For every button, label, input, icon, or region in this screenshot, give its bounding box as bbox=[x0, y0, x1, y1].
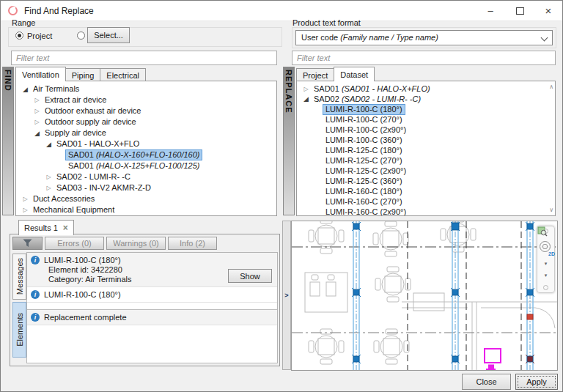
expand-icon[interactable]: ▷ bbox=[32, 97, 42, 103]
replace-tree-item[interactable]: LUMI-R-100-C (180°) bbox=[297, 104, 555, 114]
replace-tree-item[interactable]: LUMI-R-125-C (2x90°) bbox=[297, 166, 555, 176]
collapse-icon[interactable]: ◢ bbox=[21, 86, 30, 93]
navigation-bar[interactable]: 2D ▾ ▾ bbox=[537, 226, 555, 293]
find-tree-item[interactable]: ▷Duct Accessories bbox=[16, 193, 276, 204]
replace-tree-item[interactable]: ▷SAD01 (SAD01 - HALO-X+FLO) bbox=[297, 84, 555, 94]
find-tree-item[interactable]: SAD01 (HALO-X-160+FLO-160/160) bbox=[16, 149, 276, 160]
expand-icon[interactable]: ▷ bbox=[32, 108, 42, 114]
product-text-format-dropdown[interactable]: User code (Family name / Type name) bbox=[295, 30, 553, 45]
find-tree-item[interactable]: ◢SAD01 - HALO-X+FLO bbox=[16, 138, 276, 149]
find-tree-item-label[interactable]: SAD01 (HALO-X-160+FLO-160/160) bbox=[65, 149, 202, 160]
expand-icon[interactable]: ▷ bbox=[44, 185, 54, 191]
elements-side-tab[interactable]: Elements bbox=[12, 302, 26, 358]
minimize-button[interactable]: – bbox=[476, 1, 504, 21]
replace-tree-item-label[interactable]: LUMI-R-125-C (360°) bbox=[323, 176, 405, 187]
message-item[interactable]: iReplacement complete bbox=[27, 310, 277, 325]
expand-icon[interactable]: ▷ bbox=[32, 119, 42, 125]
find-tree-item-label[interactable]: Extract air device bbox=[42, 95, 109, 106]
find-tree-item-label[interactable]: SAD01 (HALO-X-125+FLO-100/125) bbox=[65, 160, 202, 171]
results-close-icon[interactable]: × bbox=[63, 223, 68, 232]
maximize-button[interactable] bbox=[506, 1, 534, 21]
replace-filter-input[interactable] bbox=[292, 51, 556, 65]
replace-tree-item[interactable]: LUMI-R-100-C (2x90°) bbox=[297, 125, 555, 135]
zoom-region-icon[interactable] bbox=[537, 226, 548, 237]
replace-tree-item-label[interactable]: LUMI-R-160-C (180°) bbox=[323, 186, 405, 197]
expand-icon[interactable]: ▷ bbox=[301, 86, 311, 92]
find-tree-item-label[interactable]: Air Terminals bbox=[30, 84, 82, 95]
find-tree-item-label[interactable]: Supply air device bbox=[42, 127, 109, 138]
results-tab[interactable]: Results 1 × bbox=[18, 220, 74, 235]
errors-filter-button[interactable]: Errors (0) bbox=[45, 237, 104, 250]
find-tree-item-label[interactable]: Outdoor supply air device bbox=[42, 117, 139, 127]
replace-tree-item-label[interactable]: SAD02 (SAD02 - LUMI-R- -C) bbox=[311, 94, 424, 105]
replace-tree-item-label[interactable]: LUMI-R-125-C (180°) bbox=[323, 145, 405, 156]
show-button[interactable]: Show bbox=[228, 269, 272, 283]
apply-button[interactable]: Apply bbox=[515, 374, 558, 390]
replace-tree-item-label[interactable]: LUMI-R-100-C (2x90°) bbox=[323, 125, 409, 136]
expand-icon[interactable]: ▷ bbox=[21, 207, 30, 213]
find-tree-item[interactable]: ▷Extract air device bbox=[16, 95, 276, 106]
filter-toolbar[interactable] bbox=[12, 237, 43, 250]
message-item[interactable]: iLUMI-R-100-C (180°) bbox=[27, 287, 277, 303]
find-tree-item-label[interactable]: Duct Accessories bbox=[30, 193, 97, 204]
scroll-up-icon[interactable]: ∧ bbox=[549, 84, 553, 90]
messages-side-tab[interactable]: Messages bbox=[12, 254, 26, 300]
find-tree-item[interactable]: ▷SAD02 - LUMI-R- -C bbox=[16, 171, 276, 182]
replace-tree-item-label[interactable]: LUMI-R-125-C (2x90°) bbox=[323, 166, 409, 177]
info-filter-button[interactable]: Info (2) bbox=[168, 237, 217, 250]
find-tree-item[interactable]: SAD01 (HALO-X-125+FLO-100/125) bbox=[16, 160, 276, 171]
replace-tree-item-label[interactable]: LUMI-R-125-C (270°) bbox=[323, 155, 405, 166]
steering-wheel-icon[interactable]: 2D bbox=[540, 241, 552, 254]
replace-tree-item-label[interactable]: SAD01 (SAD01 - HALO-X+FLO) bbox=[311, 84, 433, 95]
select-button[interactable]: Select... bbox=[87, 27, 130, 43]
close-button[interactable]: Close bbox=[462, 374, 511, 390]
tab-dataset[interactable]: Dataset bbox=[334, 67, 375, 81]
expand-icon[interactable]: ▷ bbox=[44, 174, 54, 180]
replace-tree-item[interactable]: LUMI-R-125-C (180°) bbox=[297, 145, 555, 155]
find-filter-input[interactable] bbox=[11, 51, 277, 65]
model-preview[interactable]: 2D ▾ ▾ bbox=[291, 221, 558, 371]
find-tree-item-label[interactable]: Mechanical Equipment bbox=[30, 204, 117, 215]
replace-tree-item[interactable]: LUMI-R-160-C (2x90°) bbox=[297, 207, 555, 216]
replace-tree-item[interactable]: ◢SAD02 (SAD02 - LUMI-R- -C) bbox=[297, 94, 555, 104]
replace-tree-item-label[interactable]: LUMI-R-100-C (180°) bbox=[323, 104, 405, 115]
project-radio-label[interactable]: Project bbox=[27, 32, 52, 40]
project-radio[interactable] bbox=[15, 32, 23, 40]
find-tree-item[interactable]: ▷SAD03 - IN-V2 AKMR-Z-D bbox=[16, 182, 276, 193]
close-window-button[interactable]: × bbox=[534, 1, 562, 21]
replace-tree-item[interactable]: LUMI-R-160-C (180°) bbox=[297, 186, 555, 196]
find-tree-item-label[interactable]: SAD03 - IN-V2 AKMR-Z-D bbox=[54, 182, 154, 193]
warnings-filter-button[interactable]: Warnings (0) bbox=[106, 237, 166, 250]
message-item[interactable]: iLUMI-R-100-C (180°)Element id: 3422280C… bbox=[27, 253, 277, 287]
wheel-dropdown-icon[interactable]: ▾ bbox=[545, 262, 548, 266]
expand-icon[interactable]: ▷ bbox=[21, 196, 30, 202]
tab-electrical[interactable]: Electrical bbox=[100, 68, 146, 81]
tab-ventilation[interactable]: Ventilation bbox=[15, 67, 66, 81]
find-tree-item-label[interactable]: SAD01 - HALO-X+FLO bbox=[54, 138, 142, 149]
tab-piping[interactable]: Piping bbox=[65, 68, 101, 81]
collapse-icon[interactable]: ◢ bbox=[301, 95, 311, 103]
find-tree-item[interactable]: ▷Mechanical Equipment bbox=[16, 204, 276, 215]
find-tree-item-label[interactable]: SAD02 - LUMI-R- -C bbox=[54, 171, 133, 182]
replace-tree-item-label[interactable]: LUMI-R-160-C (2x90°) bbox=[323, 207, 409, 217]
replace-tree-item[interactable]: LUMI-R-160-C (270°) bbox=[297, 196, 555, 207]
replace-tree-item-label[interactable]: LUMI-R-100-C (360°) bbox=[323, 135, 405, 146]
replace-tree-item-label[interactable]: LUMI-R-100-C (270°) bbox=[323, 114, 405, 125]
zoom-dropdown-icon[interactable]: ▾ bbox=[545, 273, 548, 278]
find-tree-item-label[interactable]: Outdoor exhaust air device bbox=[42, 106, 144, 117]
find-tree-item[interactable]: ▷Outdoor supply air device bbox=[16, 117, 276, 127]
find-tree-item[interactable]: ◢Supply air device bbox=[16, 127, 276, 138]
selection-radio[interactable] bbox=[77, 32, 85, 40]
replace-tree-item[interactable]: LUMI-R-100-C (270°) bbox=[297, 114, 555, 125]
replace-tree-item[interactable]: LUMI-R-125-C (270°) bbox=[297, 155, 555, 166]
find-tree-item[interactable]: ▷Outdoor exhaust air device bbox=[16, 106, 276, 117]
replace-tree-item-label[interactable]: LUMI-R-160-C (270°) bbox=[323, 196, 405, 207]
replace-tree-item[interactable]: LUMI-R-100-C (360°) bbox=[297, 135, 555, 145]
replace-tree-item[interactable]: LUMI-R-125-C (360°) bbox=[297, 176, 555, 186]
collapse-icon[interactable]: ◢ bbox=[44, 141, 54, 148]
preview-splitter[interactable]: > bbox=[282, 221, 291, 370]
tab-project[interactable]: Project bbox=[296, 68, 334, 81]
collapse-icon[interactable]: ◢ bbox=[32, 130, 42, 137]
scroll-down-icon[interactable]: ∨ bbox=[549, 207, 553, 213]
find-tree-item[interactable]: ◢Air Terminals bbox=[16, 84, 276, 95]
